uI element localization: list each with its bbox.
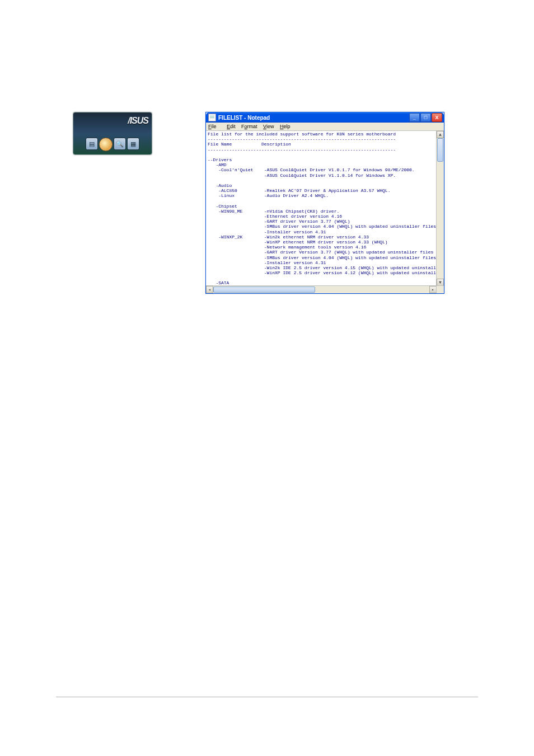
vscroll-thumb[interactable] (437, 138, 443, 162)
close-button[interactable]: X (432, 113, 442, 122)
magnifier-icon[interactable]: 🔍 (114, 138, 126, 150)
notepad-text[interactable]: File list for the included support softw… (208, 132, 436, 285)
notepad-window: FILELIST - Notepad _ □ X File Edit Forma… (205, 112, 444, 294)
floppy-icon[interactable]: ▤ (86, 138, 98, 150)
vertical-scrollbar[interactable]: ▲ ▼ (436, 131, 444, 286)
menu-bar: File Edit Format View Help (206, 123, 444, 131)
menu-view[interactable]: View (263, 124, 274, 129)
minimize-button[interactable]: _ (409, 113, 420, 122)
scroll-corner (436, 285, 444, 293)
hscroll-track[interactable] (213, 286, 429, 293)
menu-file[interactable]: File (208, 124, 221, 129)
disc-icon[interactable] (99, 138, 113, 151)
hscroll-thumb[interactable] (213, 287, 315, 293)
maximize-button[interactable]: □ (420, 113, 431, 122)
asus-badge: /ISUS ▤ 🔍 ▦ (73, 112, 152, 155)
menu-help[interactable]: Help (280, 124, 291, 129)
window-buttons: _ □ X (409, 113, 444, 122)
menu-format[interactable]: Format (241, 124, 257, 129)
page-icon[interactable]: ▦ (127, 138, 139, 150)
scroll-left-icon[interactable]: ◂ (206, 286, 213, 293)
menu-edit[interactable]: Edit (227, 124, 236, 129)
footer-divider (56, 697, 478, 697)
asus-logo: /ISUS (128, 116, 148, 126)
scroll-up-icon[interactable]: ▲ (437, 131, 444, 138)
notepad-app-icon (208, 114, 216, 121)
window-title: FILELIST - Notepad (218, 115, 270, 121)
horizontal-scrollbar[interactable]: ◂ ▸ (206, 285, 437, 293)
badge-icon-row: ▤ 🔍 ▦ (86, 138, 139, 151)
notepad-body: File list for the included support softw… (206, 131, 444, 293)
titlebar[interactable]: FILELIST - Notepad _ □ X (206, 112, 444, 123)
vscroll-track[interactable] (437, 138, 444, 279)
